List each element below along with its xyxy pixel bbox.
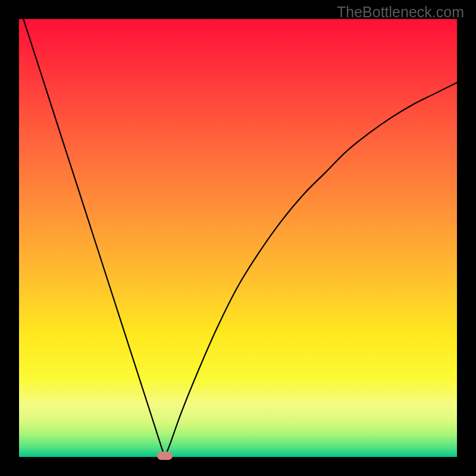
plot-area xyxy=(19,19,457,457)
watermark-text: TheBottleneck.com xyxy=(337,4,464,21)
bottleneck-curve xyxy=(19,19,457,457)
chart-container: TheBottleneck.com xyxy=(0,0,476,476)
optimal-marker xyxy=(157,452,173,460)
